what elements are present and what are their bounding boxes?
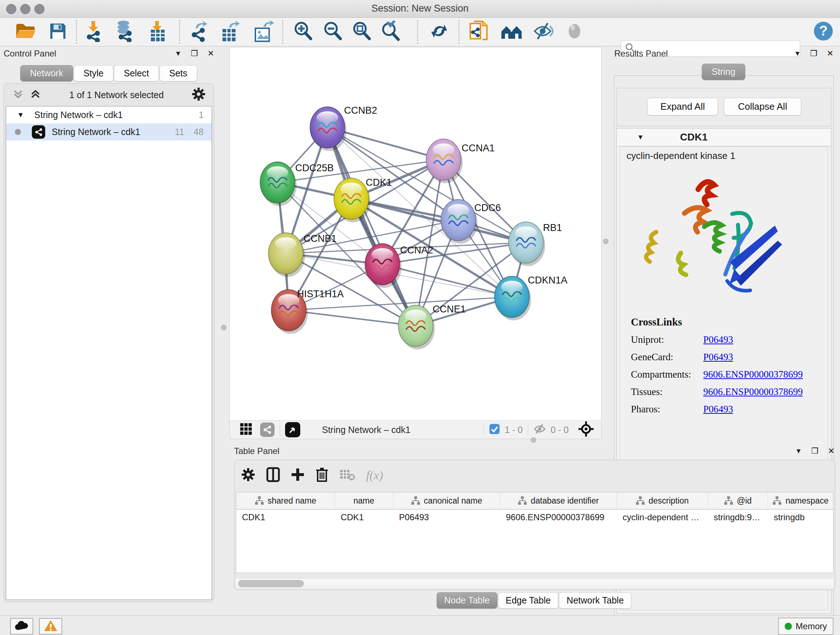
column-header-namespace[interactable]: namespace xyxy=(768,492,833,509)
section-collapse-icon[interactable]: ▼ xyxy=(637,133,644,141)
toolbar-separator xyxy=(76,20,77,44)
scrollbar-thumb[interactable] xyxy=(238,580,304,587)
network-current-dot xyxy=(15,129,21,135)
help-button[interactable]: ? xyxy=(812,20,835,43)
column-header-canonical-name[interactable]: canonical name xyxy=(393,492,500,509)
network-collection-row[interactable]: ▼ String Network – cdk1 1 xyxy=(6,106,212,124)
open-session-button[interactable] xyxy=(14,20,37,43)
save-session-button[interactable] xyxy=(46,20,69,43)
crosslink-label: Pharos: xyxy=(631,404,703,415)
toolbar-separator xyxy=(282,20,283,44)
right-splitter-handle[interactable] xyxy=(603,239,608,244)
zoom-fit-button[interactable] xyxy=(350,20,373,43)
first-neighbors-button[interactable] xyxy=(467,20,491,43)
toolbar-separator xyxy=(483,423,484,436)
zoom-selected-button[interactable] xyxy=(379,20,402,43)
network-options-gear-icon[interactable] xyxy=(191,87,206,103)
close-panel-icon[interactable]: ✕ xyxy=(827,49,834,58)
cell-name[interactable]: CDK1 xyxy=(335,510,393,525)
close-panel-icon[interactable]: ✕ xyxy=(208,49,214,58)
export-table-icon xyxy=(220,20,241,43)
add-column-icon[interactable] xyxy=(291,467,305,484)
cell-canonical-name[interactable]: P06493 xyxy=(393,510,500,525)
expand-all-networks-icon[interactable] xyxy=(29,88,42,102)
tab-network[interactable]: Network xyxy=(20,65,73,81)
cell-database-identifier[interactable]: 9606.ENSP00000378699 xyxy=(500,510,616,525)
cloud-status-button[interactable] xyxy=(10,618,33,635)
tab-edge-table[interactable]: Edge Table xyxy=(498,592,559,608)
zoom-in-button[interactable] xyxy=(292,20,315,43)
hidden-eye-icon[interactable] xyxy=(533,423,546,436)
selected-nodes-checkbox-icon[interactable] xyxy=(489,423,500,436)
collapse-all-button[interactable]: Collapse All xyxy=(724,98,801,116)
birds-eye-view-icon[interactable] xyxy=(285,422,300,437)
float-panel-icon[interactable]: ❒ xyxy=(810,49,818,58)
cell-namespace[interactable]: stringdb xyxy=(768,510,833,525)
panel-menu-icon[interactable]: ▼ xyxy=(794,50,801,57)
panel-menu-icon[interactable]: ▼ xyxy=(175,50,182,57)
close-panel-icon[interactable]: ✕ xyxy=(828,447,835,456)
import-table-button[interactable] xyxy=(146,20,169,43)
column-header-id[interactable]: @id xyxy=(708,492,768,509)
gene-section-header[interactable]: ▼ CDK1 xyxy=(617,128,831,146)
tab-network-table[interactable]: Network Table xyxy=(559,592,631,608)
home-button[interactable] xyxy=(500,20,523,43)
grid-view-icon[interactable] xyxy=(240,423,252,437)
node-label-CCNB1: CCNB1 xyxy=(303,233,337,244)
float-panel-icon[interactable]: ❒ xyxy=(191,49,198,58)
string-view-icon[interactable] xyxy=(260,423,275,437)
tab-style[interactable]: Style xyxy=(74,65,114,81)
import-network-database-button[interactable] xyxy=(113,20,136,43)
bottom-splitter-handle[interactable] xyxy=(531,437,536,443)
memory-button[interactable]: Memory xyxy=(778,618,834,635)
zoom-out-icon xyxy=(322,21,343,43)
export-network-button[interactable] xyxy=(188,20,211,43)
expand-all-button[interactable]: Expand All xyxy=(647,98,718,116)
hide-selected-button[interactable] xyxy=(532,20,555,43)
collection-expand-icon[interactable]: ▼ xyxy=(17,111,24,119)
table-panel-title: Table Panel xyxy=(234,446,279,456)
zoom-in-icon xyxy=(293,21,314,43)
refresh-network-button[interactable] xyxy=(428,20,451,43)
tab-string[interactable]: String xyxy=(702,64,745,80)
network-tab-content: 1 of 1 Network selected ▼ String Network… xyxy=(4,83,214,602)
show-columns-icon[interactable] xyxy=(266,467,280,484)
column-header-shared-name[interactable]: shared name xyxy=(236,492,335,509)
network-canvas[interactable]: CCNB2CCNA1CDC25BCDK1CDC6RB1CCNB1CCNA2CDK… xyxy=(230,48,601,421)
crosslink-tissues[interactable]: 9606.ENSP00000378699 xyxy=(703,386,803,397)
crosslink-compartments[interactable]: 9606.ENSP00000378699 xyxy=(703,369,803,380)
cell-description[interactable]: cyclin-dependent … xyxy=(617,510,708,525)
export-table-button[interactable] xyxy=(219,20,242,43)
panel-menu-icon[interactable]: ▼ xyxy=(795,447,802,455)
fit-content-crosshair-icon[interactable] xyxy=(578,421,594,439)
left-splitter-handle[interactable] xyxy=(221,325,226,330)
horizontal-scrollbar[interactable] xyxy=(236,578,834,588)
collapse-all-networks-icon[interactable] xyxy=(12,88,24,102)
float-panel-icon[interactable]: ❒ xyxy=(812,447,819,456)
zoom-out-button[interactable] xyxy=(321,20,344,43)
table-options-gear-icon[interactable] xyxy=(241,467,256,483)
column-header-name[interactable]: name xyxy=(335,492,393,509)
tab-node-table[interactable]: Node Table xyxy=(437,592,497,608)
tab-sets[interactable]: Sets xyxy=(159,65,197,81)
cell-id[interactable]: stringdb:9… xyxy=(708,510,768,525)
column-header-description[interactable]: description xyxy=(617,492,708,509)
collection-count: 1 xyxy=(199,110,204,120)
warning-icon xyxy=(43,619,58,633)
tab-select[interactable]: Select xyxy=(114,65,158,81)
show-all-button[interactable] xyxy=(563,20,586,43)
crosslink-label: Tissues: xyxy=(631,386,703,397)
control-panel-title: Control Panel xyxy=(4,49,56,59)
table-group: f(x) shared name name canonical name dat… xyxy=(234,460,835,590)
delete-column-icon[interactable] xyxy=(316,467,328,484)
cell-shared-name[interactable]: CDK1 xyxy=(236,510,335,525)
crosslink-pharos[interactable]: P06493 xyxy=(703,404,733,415)
import-network-file-button[interactable] xyxy=(82,20,106,43)
column-header-database-identifier[interactable]: database identifier xyxy=(500,492,616,509)
table-row[interactable]: CDK1 CDK1 P06493 9606.ENSP00000378699 cy… xyxy=(236,510,833,525)
crosslink-uniprot[interactable]: P06493 xyxy=(703,334,733,345)
export-image-button[interactable] xyxy=(252,20,275,43)
warning-status-button[interactable] xyxy=(39,618,62,635)
crosslink-genecard[interactable]: P06493 xyxy=(703,352,733,363)
network-row[interactable]: String Network – cdk1 11 48 xyxy=(6,124,212,141)
